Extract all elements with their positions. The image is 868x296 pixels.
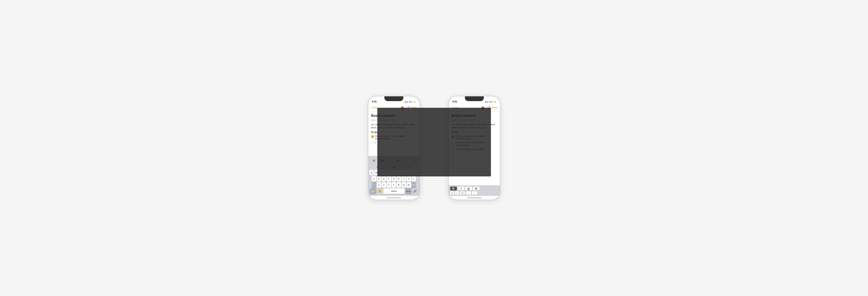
signal-icon-right: ●●● (485, 101, 489, 103)
key-t[interactable]: T (389, 170, 394, 175)
bullet-list-btn[interactable]: • (455, 191, 459, 195)
key-m[interactable]: M (407, 182, 411, 188)
key-return[interactable]: return (405, 188, 412, 194)
key-mic[interactable]: 🎤 (412, 188, 418, 194)
key-g[interactable]: G (392, 176, 396, 182)
note-body-left: car. Drive to the beach so the kids can … (371, 123, 416, 129)
note-content-right: Beach vacation June 23 through June 30. … (449, 112, 500, 185)
compose-icon-right[interactable]: 📝 (486, 106, 490, 110)
todo-item-right-2: Sign up for parasailing for four (452, 148, 497, 151)
back-chevron-right: ‹ (451, 106, 452, 110)
key-i[interactable]: I (404, 170, 408, 175)
key-v[interactable]: V (392, 182, 396, 188)
notch-right (465, 96, 484, 101)
todo-text-left-1[interactable]: | (375, 141, 416, 144)
note-date-right: June 23 through June 30. (452, 119, 497, 122)
home-bar-left (387, 198, 401, 198)
keyboard-row-4: 123 😊 space return 🎤 (369, 188, 419, 194)
table-icon[interactable]: ⊞ (373, 159, 375, 162)
todo-circle-right-0[interactable] (452, 135, 455, 138)
home-indicator-left (368, 196, 420, 200)
todo-circle-right-1[interactable] (452, 142, 455, 144)
status-time-right: 9:41 (453, 100, 457, 103)
key-shift[interactable]: ⇧ (372, 182, 376, 188)
format-bar-right: B I U S ≡ • ☑ ← → (449, 185, 500, 196)
share-icon-right[interactable]: 📤 (481, 106, 485, 110)
main-scene: 9:41 ●●● WiFi 🔋 ‹ Notes 📤 📝 Done Beach v… (339, 89, 529, 207)
checklist-btn-right[interactable]: ☑ (460, 191, 465, 195)
key-d[interactable]: D (382, 176, 386, 182)
nav-actions-right: 📤 📝 Done (481, 106, 498, 110)
key-p[interactable]: P (414, 170, 418, 175)
keyboard-suggestions: Is Was I (369, 166, 419, 169)
suggestion-2[interactable]: Was (392, 166, 397, 169)
key-n[interactable]: N (402, 182, 406, 188)
key-u[interactable]: U (399, 170, 403, 175)
battery-icon-left: 🔋 (413, 101, 416, 103)
key-emoji[interactable]: 😊 (377, 188, 383, 194)
nav-bar-right: ‹ Notes 📤 📝 Done (449, 104, 500, 112)
key-k[interactable]: K (407, 176, 411, 182)
key-w[interactable]: W (374, 170, 378, 175)
todo-circle-left-0[interactable] (371, 135, 374, 138)
keyboard-row-3: ⇧ Z X C V B N M ⌫ (369, 182, 419, 188)
nav-actions-left: 📤 📝 Done (400, 106, 417, 110)
done-btn-left[interactable]: Done (411, 106, 417, 109)
key-j[interactable]: J (402, 176, 406, 182)
add-icon[interactable]: ⊕ (397, 159, 399, 162)
todo-circle-right-2[interactable] (452, 148, 455, 151)
back-label-left: Notes (372, 106, 378, 109)
todo-circle-left-1[interactable] (371, 142, 374, 144)
nav-back-right[interactable]: ‹ Notes (451, 106, 459, 110)
phone-right: 9:41 ●●● WiFi 🔋 ‹ Notes 📤 📝 Done Beach v… (448, 96, 500, 200)
key-r[interactable]: R (384, 170, 389, 175)
outdent-btn[interactable]: ← (466, 191, 471, 195)
share-icon-left[interactable]: 📤 (400, 106, 404, 110)
signal-icon-left: ●●● (405, 101, 408, 103)
back-label-right: Notes (453, 106, 459, 109)
italic-btn[interactable]: I (458, 186, 464, 190)
keyboard-row-1: Q W E R T Y U I O P (369, 170, 419, 175)
key-y[interactable]: Y (394, 170, 398, 175)
dash-list-btn[interactable]: ≡ (450, 191, 455, 195)
key-f[interactable]: F (387, 176, 391, 182)
status-icons-right: ●●● WiFi 🔋 (485, 101, 496, 103)
key-space[interactable]: space (383, 188, 405, 194)
compose-icon-left[interactable]: 📝 (406, 106, 410, 110)
indent-btn[interactable]: → (472, 191, 477, 195)
key-l[interactable]: L (412, 176, 416, 182)
key-b[interactable]: B (397, 182, 401, 188)
close-icon[interactable]: ✕ (412, 159, 415, 162)
todo-text-right-1: Check into hotel (confirmation #XX012345… (456, 141, 497, 147)
format-style-row: B I U S (450, 186, 498, 190)
key-a[interactable]: A (372, 176, 376, 182)
key-h[interactable]: H (397, 176, 401, 182)
bold-btn[interactable]: B (450, 186, 457, 190)
done-btn-right[interactable]: Done (492, 106, 498, 109)
pencil-icon[interactable]: ✏ (405, 159, 407, 162)
key-z[interactable]: Z (377, 182, 381, 188)
status-icons-left: ●●● WiFi 🔋 (405, 101, 416, 103)
suggestion-3[interactable]: I (410, 166, 411, 169)
key-123[interactable]: 123 (370, 188, 376, 194)
note-body-right: car. Drive to the beach so the kids can … (452, 123, 497, 129)
format-list-row: ≡ • ☑ ← → (450, 191, 498, 195)
key-s[interactable]: S (377, 176, 381, 182)
key-backspace[interactable]: ⌫ (412, 182, 416, 188)
keyboard-left: Is Was I Q W E R T Y U I O P A S D F (368, 165, 420, 196)
nav-back-left[interactable]: ‹ Notes (371, 106, 378, 110)
key-q[interactable]: Q (369, 170, 374, 175)
strikethrough-btn[interactable]: S (473, 186, 479, 190)
todo-text-right-0: Pick up rental car (confirmation #X12345… (456, 135, 497, 141)
phone-left: 9:41 ●●● WiFi 🔋 ‹ Notes 📤 📝 Done Beach v… (368, 96, 420, 200)
note-date-left: June 23 through June 30. (371, 119, 416, 122)
text-style-icon[interactable]: Aa (380, 159, 384, 162)
key-x[interactable]: X (382, 182, 386, 188)
underline-btn[interactable]: U (465, 186, 472, 190)
key-e[interactable]: E (379, 170, 383, 175)
key-c[interactable]: C (387, 182, 391, 188)
checklist-icon[interactable]: ✓ (390, 159, 392, 162)
key-o[interactable]: O (409, 170, 413, 175)
wifi-icon-right: WiFi (489, 101, 493, 103)
suggestion-1[interactable]: Is (377, 166, 378, 169)
